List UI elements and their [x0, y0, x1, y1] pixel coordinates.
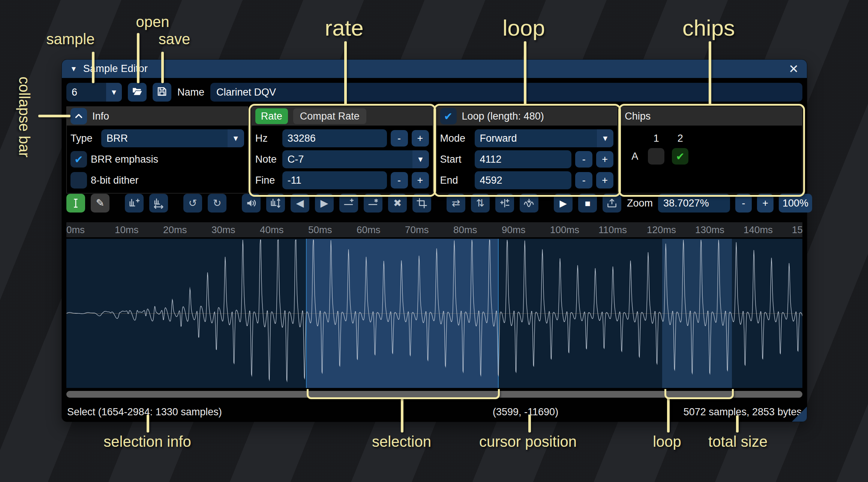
window-titlebar[interactable]: ▼ Sample Editor ✕	[62, 60, 807, 78]
ruler-tick: 0ms	[66, 222, 115, 237]
annotation-bracket-selection	[307, 389, 500, 399]
hz-label: Hz	[255, 133, 279, 144]
annotation-rate: rate	[325, 15, 363, 41]
resize-button[interactable]	[125, 194, 144, 213]
fine-label: Fine	[255, 175, 279, 186]
chip-2-checkbox[interactable]: ✔	[672, 148, 688, 165]
loop-start-input[interactable]: 4112	[475, 150, 572, 168]
insert-silence-button[interactable]	[339, 194, 358, 213]
loop-mode-combo[interactable]: Forward ▼	[475, 129, 614, 147]
cursor-position-text: (3599, -11690)	[493, 404, 558, 419]
collapse-bar-button[interactable]	[70, 108, 87, 124]
annotation-line-cursor-position	[528, 415, 531, 433]
loop-end-input[interactable]: 4592	[475, 171, 572, 189]
note-combo[interactable]: C-7 ▼	[282, 150, 429, 168]
annotation-line-loop	[524, 41, 526, 105]
draw-mode-button[interactable]: ✎	[91, 194, 109, 213]
resample-button[interactable]	[149, 194, 168, 213]
apply-silence-button[interactable]	[364, 194, 382, 213]
trim-button[interactable]	[412, 194, 431, 213]
filter-button[interactable]	[520, 194, 538, 213]
save-button[interactable]	[153, 83, 171, 102]
chip-1-checkbox[interactable]	[648, 148, 664, 165]
preview-button[interactable]: ▶	[554, 194, 573, 213]
tab-rate[interactable]: Rate	[255, 108, 288, 124]
window-collapse-icon[interactable]: ▼	[70, 65, 77, 73]
annotation-line-total-size	[736, 415, 739, 433]
insert-silence-icon	[343, 198, 354, 209]
ruler-tick: 100ms	[550, 222, 598, 237]
loop-start-minus-button[interactable]: -	[575, 151, 592, 168]
info-panel-title: Info	[92, 111, 109, 122]
loop-end-minus-button[interactable]: -	[575, 172, 592, 189]
type-label: Type	[70, 133, 97, 144]
tab-compat-rate[interactable]: Compat Rate	[293, 108, 366, 124]
draw-mode-icon: ✎	[96, 197, 105, 209]
ruler-tick: 110ms	[598, 222, 647, 237]
ruler-tick: 30ms	[211, 222, 260, 237]
redo-button[interactable]: ↻	[208, 194, 226, 213]
annotation-selection-info: selection info	[103, 433, 191, 450]
chips-panel: Chips 1 2 A ✔	[621, 106, 802, 193]
chip-row-label: A	[628, 151, 638, 162]
sample-name-input[interactable]: Clarinet DQV	[210, 83, 802, 102]
reverse-button[interactable]: ⇄	[447, 194, 465, 213]
ruler-tick: 40ms	[260, 222, 308, 237]
annotation-selection: selection	[372, 433, 431, 450]
fine-plus-button[interactable]: +	[412, 172, 429, 189]
fine-input[interactable]: -11	[282, 171, 387, 189]
sign-button[interactable]	[495, 194, 514, 213]
dither-checkbox[interactable]	[70, 172, 87, 189]
waveform-view[interactable]	[66, 239, 802, 388]
zoom-input[interactable]: 38.7027%	[658, 194, 730, 213]
type-combo[interactable]: BRR ▼	[101, 129, 244, 147]
zoom-reset-button[interactable]: 100%	[779, 194, 812, 213]
brr-emphasis-checkbox[interactable]: ✔	[70, 151, 87, 168]
fine-minus-button[interactable]: -	[391, 172, 408, 189]
select-mode-button[interactable]	[66, 194, 85, 213]
reverse-icon: ⇄	[452, 197, 460, 209]
zoom-out-button[interactable]: -	[735, 194, 752, 213]
chevron-down-icon[interactable]: ▼	[106, 83, 122, 102]
loop-checkbox[interactable]: ✔	[440, 108, 457, 124]
selection-region[interactable]	[306, 239, 499, 388]
loop-start-plus-button[interactable]: +	[596, 151, 613, 168]
sample-selector[interactable]: 6 ▼	[66, 83, 122, 102]
close-icon[interactable]: ✕	[789, 63, 799, 75]
time-ruler[interactable]: 0ms10ms20ms30ms40ms50ms60ms70ms80ms90ms1…	[66, 222, 802, 237]
stop-preview-button[interactable]: ■	[578, 194, 597, 213]
annotation-open: open	[136, 13, 169, 30]
delete-button[interactable]: ✖	[388, 194, 407, 213]
ruler-tick: 10ms	[115, 222, 163, 237]
annotation-line-selection-info	[147, 415, 149, 433]
annotation-sample: sample	[46, 31, 95, 48]
undo-button[interactable]: ↺	[183, 194, 202, 213]
annotation-line-chips	[709, 41, 711, 105]
hz-input[interactable]: 33286	[282, 129, 387, 147]
loop-region[interactable]	[662, 239, 732, 388]
edit-toolbar: ✎↺↻◀▶✖⇄⇅▶■ Zoom 38.7027% - + 100%	[66, 194, 802, 213]
loop-end-plus-button[interactable]: +	[596, 172, 613, 189]
loop-panel: ✔ Loop (length: 480) Mode Forward ▼ Star…	[436, 106, 618, 193]
panels-row: Info Type BRR ▼ ✔ BRR emphasis	[66, 106, 802, 193]
apply-silence-icon	[367, 198, 379, 209]
mode-label: Mode	[440, 133, 471, 144]
annotation-line-loop-marker	[667, 398, 670, 433]
rate-panel: Rate Compat Rate Hz 33286 - + Note C-7	[251, 106, 433, 193]
normalize-button[interactable]	[266, 194, 285, 213]
chip-column-1: 1	[654, 133, 659, 144]
open-button[interactable]	[128, 83, 147, 102]
amplify-button[interactable]	[242, 194, 261, 213]
zoom-in-button[interactable]: +	[757, 194, 774, 213]
fade-out-button[interactable]: ▶	[315, 194, 334, 213]
delete-icon: ✖	[393, 197, 402, 209]
hz-minus-button[interactable]: -	[391, 130, 408, 147]
hz-plus-button[interactable]: +	[412, 130, 429, 147]
create-instrument-icon	[606, 198, 618, 209]
loop-mode-value: Forward	[475, 129, 597, 147]
loop-panel-header: ✔ Loop (length: 480)	[436, 107, 618, 126]
zoom-label: Zoom	[627, 198, 653, 209]
fade-in-button[interactable]: ◀	[291, 194, 309, 213]
invert-button[interactable]: ⇅	[471, 194, 490, 213]
create-instrument-button[interactable]	[603, 194, 621, 213]
